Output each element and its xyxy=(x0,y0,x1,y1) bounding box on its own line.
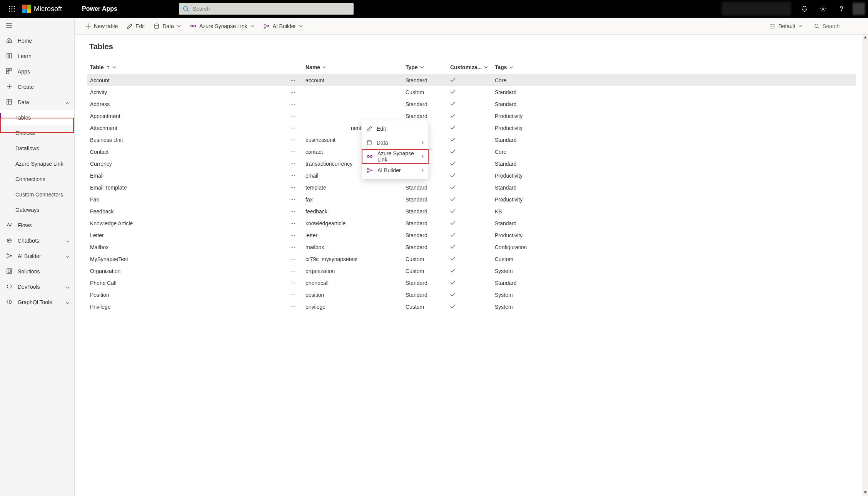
row-more-button[interactable]: ··· xyxy=(288,256,298,262)
vertical-scrollbar[interactable] xyxy=(862,35,868,496)
table-row[interactable]: Email ··· email Standard Productivity xyxy=(87,170,856,181)
nav-item-chatbots[interactable]: Chatbots xyxy=(0,233,74,248)
nav-item-apps[interactable]: Apps xyxy=(0,64,74,79)
table-row[interactable]: Currency ··· transactioncurrency Standar… xyxy=(87,158,856,170)
svg-rect-32 xyxy=(8,270,10,272)
nav-item-home[interactable]: Home xyxy=(0,33,74,48)
user-avatar[interactable] xyxy=(853,3,865,15)
table-row[interactable]: Attachment ··· nent Standard Productivit… xyxy=(87,122,856,134)
nav-item-choices[interactable]: Choices xyxy=(0,125,74,141)
table-search-input[interactable] xyxy=(823,23,857,29)
row-more-button[interactable]: ··· xyxy=(288,185,298,190)
nav-item-learn[interactable]: Learn xyxy=(0,48,74,64)
data-button[interactable]: Data xyxy=(150,19,185,33)
environment-picker[interactable] xyxy=(722,2,791,16)
col-name[interactable]: Name xyxy=(305,64,406,70)
row-more-button[interactable]: ··· xyxy=(288,233,298,238)
nav-item-solutions[interactable]: Solutions xyxy=(0,264,74,279)
table-row[interactable]: Privilege ··· privilege Custom System xyxy=(87,301,856,313)
row-more-button[interactable]: ··· xyxy=(288,78,298,83)
table-row[interactable]: Phone Call ··· phonecall Standard Standa… xyxy=(87,277,856,289)
row-more-button[interactable]: ··· xyxy=(288,149,298,155)
nav-item-tables[interactable]: Tables xyxy=(0,110,74,125)
table-row[interactable]: Feedback ··· feedback Standard KB xyxy=(87,205,856,217)
row-more-button[interactable]: ··· xyxy=(288,280,298,286)
row-more-button[interactable]: ··· xyxy=(288,90,298,95)
row-more-button[interactable]: ··· xyxy=(288,245,298,250)
cell-system-name: knowledgearticle xyxy=(305,220,406,226)
table-row[interactable]: Activity ··· Custom Standard xyxy=(87,86,856,98)
table-row[interactable]: Address ··· Standard Standard xyxy=(87,98,856,110)
nav-item-ai-builder[interactable]: AI Builder xyxy=(0,248,74,264)
help-button[interactable] xyxy=(833,0,850,18)
global-search-input[interactable] xyxy=(193,6,350,12)
table-row[interactable]: Business Unit ··· businessunit Standard … xyxy=(87,134,856,146)
table-row[interactable]: Fax ··· fax Standard Productivity xyxy=(87,193,856,205)
cell-type: Standard xyxy=(406,208,450,215)
nav-item-devtools[interactable]: DevTools xyxy=(0,279,74,295)
table-row[interactable]: Mailbox ··· mailbox Standard Configurati… xyxy=(87,241,856,253)
row-more-button[interactable]: ··· xyxy=(288,292,298,298)
table-row[interactable]: Position ··· position Standard System xyxy=(87,289,856,301)
nav-item-create[interactable]: Create xyxy=(0,79,74,95)
table-header-row: Table Name Type Customiza... xyxy=(87,62,856,74)
table-row[interactable]: Appointment ··· Standard Productivity xyxy=(87,110,856,122)
row-more-button[interactable]: ··· xyxy=(288,113,298,119)
settings-button[interactable] xyxy=(814,0,832,18)
cell-system-name: template xyxy=(305,185,406,191)
global-search[interactable] xyxy=(179,3,354,15)
ai-builder-button[interactable]: AI Builder xyxy=(260,19,307,33)
nav-collapse-button[interactable] xyxy=(0,18,74,33)
ctx-azure-synapse[interactable]: Azure Synapse Link xyxy=(362,150,428,163)
table-search[interactable] xyxy=(810,21,861,32)
col-table[interactable]: Table xyxy=(90,64,305,70)
notifications-button[interactable] xyxy=(796,0,813,18)
nav-item-azure-synapse-link[interactable]: Azure Synapse Link xyxy=(0,156,74,171)
ctx-data[interactable]: Data xyxy=(362,136,428,150)
svg-point-12 xyxy=(841,10,842,11)
cell-table-name: Privilege xyxy=(90,304,111,310)
row-more-button[interactable]: ··· xyxy=(288,268,298,274)
view-label: Default xyxy=(778,23,795,29)
row-more-button[interactable]: ··· xyxy=(288,197,298,202)
col-tags[interactable]: Tags xyxy=(495,64,853,70)
app-launcher-button[interactable] xyxy=(3,6,21,12)
table-row[interactable]: Account ··· account Standard Core xyxy=(87,74,856,86)
nav-item-connections[interactable]: Connections xyxy=(0,171,74,187)
cell-tags: Standard xyxy=(495,89,853,95)
nav-item-gateways[interactable]: Gateways xyxy=(0,202,74,218)
col-type[interactable]: Type xyxy=(406,64,450,70)
nav-item-custom-connectors[interactable]: Custom Connectors xyxy=(0,187,74,202)
svg-point-40 xyxy=(268,25,269,27)
view-selector[interactable]: Default xyxy=(766,23,806,29)
col-customizable[interactable]: Customiza... xyxy=(450,64,495,70)
cell-system-name: account xyxy=(305,77,406,83)
table-row[interactable]: Contact ··· contact Standard Core xyxy=(87,146,856,158)
row-more-button[interactable]: ··· xyxy=(288,161,298,166)
azure-synapse-button[interactable]: Azure Synapse Link xyxy=(186,19,258,33)
cell-system-name: fax xyxy=(305,196,406,203)
edit-button[interactable]: Edit xyxy=(123,19,149,33)
cell-customizable xyxy=(450,220,495,226)
nav-item-flows[interactable]: Flows xyxy=(0,218,74,233)
ctx-edit[interactable]: Edit xyxy=(362,122,428,136)
table-row[interactable]: Knowledge Article ··· knowledgearticle S… xyxy=(87,217,856,229)
row-more-button[interactable]: ··· xyxy=(288,221,298,226)
row-more-button[interactable]: ··· xyxy=(288,102,298,107)
table-row[interactable]: MySynapseTest ··· cr79c_mysynapsetest Cu… xyxy=(87,253,856,265)
table-row[interactable]: Organization ··· organization Custom Sys… xyxy=(87,265,856,277)
table-row[interactable]: Email Template ··· template Standard Sta… xyxy=(87,181,856,193)
table-row[interactable]: Letter ··· letter Standard Productivity xyxy=(87,229,856,241)
row-more-button[interactable]: ··· xyxy=(288,137,298,143)
nav-label: Solutions xyxy=(18,268,40,275)
nav-item-graphqltools[interactable]: GraphQLTools xyxy=(0,295,74,310)
row-more-button[interactable]: ··· xyxy=(288,304,298,310)
row-more-button[interactable]: ··· xyxy=(288,209,298,214)
tables-grid: Table Name Type Customiza... xyxy=(87,62,856,313)
row-more-button[interactable]: ··· xyxy=(288,173,298,178)
row-more-button[interactable]: ··· xyxy=(288,125,298,131)
new-table-button[interactable]: New table xyxy=(82,19,122,33)
nav-item-data[interactable]: Data xyxy=(0,95,74,110)
nav-item-dataflows[interactable]: Dataflows xyxy=(0,141,74,156)
ctx-ai-builder[interactable]: AI Builder xyxy=(362,163,428,177)
